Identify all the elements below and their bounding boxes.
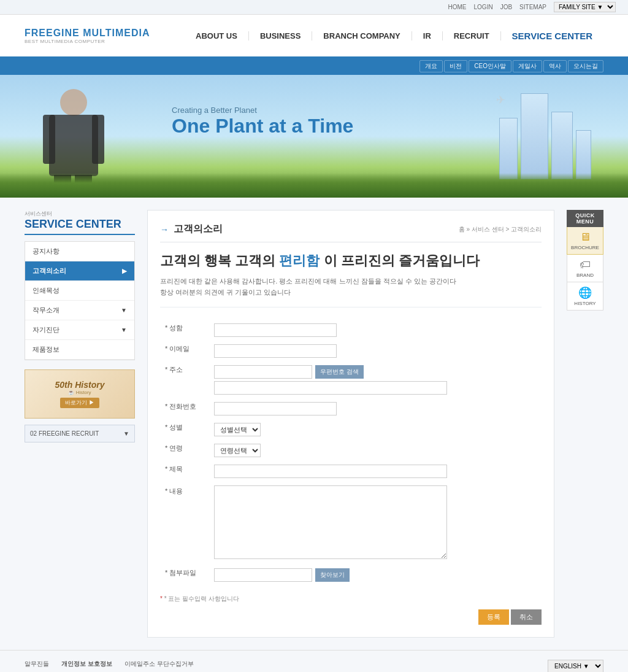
- sub-nav-item-2[interactable]: CEO인사말: [469, 60, 511, 72]
- subtitle-prefix: 고객의 행복: [160, 253, 231, 268]
- file-row: 찾아보기: [214, 568, 537, 582]
- sidebar-item-product-info[interactable]: 제품정보: [25, 340, 134, 360]
- building-2: [521, 93, 548, 179]
- history-icon: 🌐: [570, 286, 600, 299]
- nav-branch-company[interactable]: BRANCH COMPANY: [312, 31, 412, 41]
- sidebar-menu: 공지사항 고객의소리 ▶ 인쇄목성 작무소개 ▼ 자기진단 ▼: [25, 241, 135, 360]
- top-link-home[interactable]: HOME: [448, 4, 467, 10]
- form-row-file: * 첨부파일 찾아보기: [160, 565, 542, 585]
- logo-main: FREEGINE MULTIMEDIA: [25, 28, 150, 39]
- quick-menu-history[interactable]: 🌐 HISTORY: [567, 282, 603, 311]
- top-bar: HOME LOGIN JOB SITEMAP FAMILY SITE ▼: [0, 0, 628, 15]
- sidebar-header: 서비스센터 SERVICE CENTER: [25, 210, 135, 235]
- hero-buildings: [499, 93, 591, 179]
- cancel-button[interactable]: 취소: [511, 609, 542, 625]
- content-subtitle: 고객의 행복 고객의 편리함 이 프리진의 즐거움입니다: [160, 252, 542, 270]
- input-zipcode[interactable]: [214, 365, 312, 379]
- address-row: 우편번호 검색: [214, 365, 537, 379]
- textarea-content[interactable]: [214, 485, 447, 559]
- form-row-content: * 내용: [160, 482, 542, 565]
- logo-sub: BEST MULTIMEDIA COMPUTER: [25, 39, 150, 44]
- form-buttons: 등록 취소: [160, 609, 542, 625]
- submit-button[interactable]: 등록: [478, 609, 509, 625]
- form-row-subject: * 제목: [160, 461, 542, 482]
- input-phone[interactable]: [214, 402, 337, 415]
- sidebar-recruit-arrow: ▼: [123, 430, 129, 437]
- brand-icon: 🏷: [570, 258, 600, 271]
- building-3: [551, 112, 573, 179]
- sidebar-small-label: 서비스센터: [25, 210, 135, 218]
- file-browse-button[interactable]: 찾아보기: [315, 568, 350, 582]
- input-filename[interactable]: [214, 568, 312, 582]
- sub-nav-item-4[interactable]: 역사: [543, 60, 567, 72]
- select-gender[interactable]: 성별선택 남성 여성: [214, 423, 261, 436]
- airplane-icon: ✈: [496, 93, 505, 107]
- content-area: 서비스센터 SERVICE CENTER 공지사항 고객의소리 ▶ 인쇄목성 작…: [0, 198, 628, 650]
- sidebar-item-print[interactable]: 인쇄목성: [25, 281, 134, 301]
- footer-link-0[interactable]: 알무진들: [25, 660, 49, 668]
- input-email[interactable]: [214, 344, 337, 358]
- top-link-login[interactable]: LOGIN: [474, 4, 493, 10]
- sidebar-item-customer-voice[interactable]: 고객의소리 ▶: [25, 261, 134, 281]
- top-link-job[interactable]: JOB: [500, 4, 512, 10]
- svg-rect-2: [43, 115, 55, 164]
- nav-business[interactable]: BUSINESS: [249, 31, 312, 41]
- sidebar-item-notice[interactable]: 공지사항: [25, 242, 134, 261]
- nav-about-us[interactable]: ABOUT US: [185, 31, 249, 41]
- family-site-select[interactable]: FAMILY SITE ▼: [554, 2, 616, 12]
- desc-line2: 항상 여러분의 의견에 귀 기울이고 있습니다: [160, 287, 542, 298]
- sidebar-recruit-label: 02 FREEGINE RECRUIT: [30, 430, 99, 437]
- form-row-gender: * 성별 성별선택 남성 여성: [160, 419, 542, 440]
- footer-link-1[interactable]: 개인정보 보호정보: [61, 660, 112, 668]
- hero-text-area: Creating a Better Planet One Plant at a …: [172, 106, 353, 137]
- top-link-sitemap[interactable]: SITEMAP: [519, 4, 546, 10]
- svg-rect-3: [92, 115, 104, 164]
- label-subject: * 제목: [160, 461, 209, 482]
- nav-recruit[interactable]: RECRUIT: [443, 31, 501, 41]
- sidebar-banner-btn[interactable]: 바로가기 ▶: [60, 398, 99, 408]
- address-search-button[interactable]: 우편번호 검색: [315, 365, 364, 379]
- quick-menu-brochure[interactable]: 🖥 BROCHURE: [567, 227, 603, 255]
- nav-ir[interactable]: IR: [412, 31, 443, 41]
- sub-nav-item-1[interactable]: 비전: [444, 60, 467, 72]
- page-title-row: → 고객의소리: [160, 223, 223, 236]
- nav-service-center[interactable]: SERVICE CENTER: [501, 31, 603, 41]
- main-nav: ABOUT US BUSINESS BRANCH COMPANY IR RECR…: [185, 31, 603, 41]
- sidebar-banner-title: 50th History: [55, 380, 105, 390]
- footer-links: 알무진들 개인정보 보호정보 이메일주소 무단수집거부: [25, 660, 405, 668]
- sidebar-item-diagnosis[interactable]: 자기진단 ▼: [25, 320, 134, 340]
- footer-link-2[interactable]: 이메일주소 무단수집거부: [124, 660, 194, 668]
- form-row-age: * 연령 연령선택 10대 20대 30대 40대 50대+: [160, 440, 542, 461]
- arrow-icon-3: ▼: [121, 326, 127, 333]
- input-name[interactable]: [214, 323, 337, 337]
- sub-nav-item-0[interactable]: 개요: [419, 60, 443, 72]
- quick-label-brochure: BROCHURE: [570, 245, 600, 250]
- language-select[interactable]: ENGLISH ▼ 한국어: [548, 660, 603, 672]
- hero-banner: Creating a Better Planet One Plant at a …: [0, 75, 628, 198]
- logo-area: FREEGINE MULTIMEDIA BEST MULTIMEDIA COMP…: [25, 28, 150, 44]
- form-row-name: * 성함: [160, 320, 542, 341]
- select-age[interactable]: 연령선택 10대 20대 30대 40대 50대+: [214, 444, 261, 457]
- quick-label-history: HISTORY: [570, 301, 600, 306]
- label-file: * 첨부파일: [160, 565, 209, 585]
- sub-nav-item-5[interactable]: 오시는길: [568, 60, 603, 72]
- sub-nav-item-3[interactable]: 게일사: [513, 60, 542, 72]
- form-row-phone: * 전화번호: [160, 398, 542, 419]
- arrow-icon: ▶: [122, 268, 127, 274]
- building-1: [499, 118, 518, 179]
- page-arrow-icon: →: [160, 225, 169, 234]
- arrow-icon-2: ▼: [121, 307, 127, 314]
- sidebar-item-work-intro[interactable]: 작무소개 ▼: [25, 301, 134, 320]
- footer: 알무진들 개인정보 보호정보 이메일주소 무단수집거부 서울시 구로구 구로동 …: [0, 650, 628, 672]
- sidebar-banner: 50th History ☕ History 바로가기 ▶: [25, 369, 135, 419]
- form-row-address: * 주소 우편번호 검색: [160, 361, 542, 398]
- input-address-full[interactable]: [214, 381, 447, 395]
- contact-form: * 성함 * 이메일 * 주소 우편번호 검색: [160, 320, 542, 585]
- sub-nav: 개요 비전 CEO인사말 게일사 역사 오시는길: [0, 58, 628, 75]
- label-email: * 이메일: [160, 341, 209, 361]
- svg-rect-1: [49, 115, 98, 176]
- svg-point-0: [60, 89, 87, 116]
- subtitle-highlight: 편리함: [279, 253, 320, 268]
- input-subject[interactable]: [214, 465, 447, 478]
- quick-menu-brand[interactable]: 🏷 BRAND: [567, 255, 603, 282]
